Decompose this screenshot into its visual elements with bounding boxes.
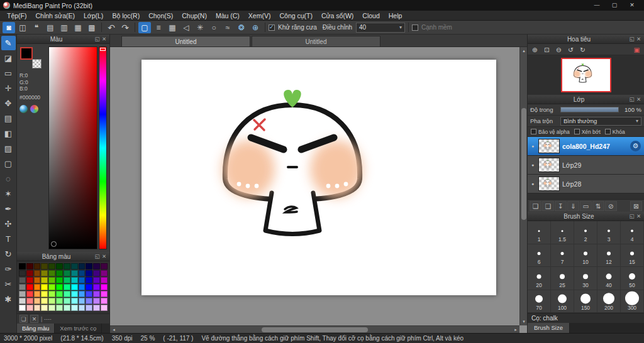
select-tool[interactable]: ▢ (1, 156, 16, 171)
palette-swatch[interactable] (93, 270, 100, 276)
menu-item[interactable]: Lớp(L) (79, 11, 108, 21)
vertical-scroll-thumb[interactable] (521, 108, 526, 219)
minimize-button[interactable]: — (588, 1, 606, 10)
undo-icon[interactable]: ↶ (105, 22, 118, 33)
brush-size-cell[interactable]: 6 (528, 244, 551, 268)
sv-marker[interactable] (51, 241, 57, 247)
palette-swatch[interactable] (93, 305, 100, 311)
bucket-tool[interactable]: ◧ (1, 126, 16, 141)
palette-swatch[interactable] (34, 263, 41, 270)
fit-view-icon[interactable]: ▣ (631, 45, 642, 54)
palette-swatch[interactable] (64, 263, 70, 270)
layer-row[interactable]: ●Lớp28 (528, 175, 644, 193)
brush-size-cell[interactable]: 25 (551, 267, 574, 290)
palette-swatch[interactable] (41, 305, 48, 311)
horizontal-scrollbar[interactable]: ◂ ▸ (110, 325, 519, 333)
adjust-dropdown[interactable]: 40 ▾ (356, 23, 405, 33)
menu-item[interactable]: Chỉnh sửa(E) (31, 11, 79, 21)
eraser-tool[interactable]: ◪ (1, 51, 16, 65)
panels-icon[interactable]: ▩ (86, 22, 98, 33)
palette-swatch[interactable] (101, 270, 108, 276)
dot-tool[interactable]: ✛ (1, 81, 16, 95)
brush-size-cell[interactable]: 7 (551, 244, 574, 268)
navigator-thumbnail[interactable] (562, 59, 610, 91)
palette-swatch[interactable] (79, 263, 86, 270)
popout-icon[interactable]: ◱ (628, 213, 635, 219)
antialias-checkbox[interactable] (269, 24, 275, 31)
pen-tool[interactable]: ✒ (1, 202, 16, 216)
popout-icon[interactable]: ◱ (94, 253, 101, 259)
palette-swatch[interactable] (26, 298, 33, 304)
text-tool[interactable]: T (1, 232, 16, 246)
palette-swatch[interactable] (101, 305, 108, 311)
palette-swatch[interactable] (19, 291, 26, 297)
palette-swatch[interactable] (86, 270, 92, 276)
brush-size-cell[interactable]: 1 (528, 221, 551, 244)
tab-brush-size[interactable]: Brush Size (528, 323, 570, 333)
menu-item[interactable]: Chụp(N) (177, 11, 211, 21)
palette-swatch[interactable] (48, 277, 55, 283)
saturation-value-picker[interactable] (48, 46, 97, 249)
brush-size-cell[interactable]: 150 (574, 290, 597, 313)
web-color-icon[interactable] (19, 105, 28, 113)
move-tool[interactable]: ✥ (1, 96, 16, 111)
close-icon[interactable]: ✕ (101, 36, 108, 42)
palette-swatch[interactable] (93, 284, 100, 290)
rotate-right-icon[interactable]: ↻ (577, 45, 588, 54)
palette-swatch[interactable] (26, 270, 33, 276)
opacity-slider[interactable] (560, 107, 619, 112)
palette-swatch[interactable] (56, 263, 63, 270)
crosshair-guide-icon[interactable]: ⊕ (249, 22, 262, 33)
palette-swatch[interactable] (71, 284, 78, 290)
palette-swatch[interactable] (26, 305, 33, 311)
layer-visibility-icon[interactable]: ● (530, 144, 536, 148)
folder-icon[interactable]: ▭ (580, 201, 592, 211)
brush-size-cell[interactable]: 200 (597, 290, 621, 313)
scroll-right-icon[interactable]: ▸ (512, 326, 519, 333)
palette-swatch[interactable] (101, 291, 108, 297)
palette-swatch[interactable] (48, 291, 55, 297)
triangle-ruler-icon[interactable]: ◁ (180, 22, 192, 33)
menu-item[interactable]: Màu (C) (211, 11, 244, 21)
delete-color-icon[interactable]: ✕ (30, 315, 38, 323)
palette-swatch[interactable] (48, 263, 55, 270)
note-icon[interactable]: ▤ (44, 22, 57, 33)
popout-icon[interactable]: ◱ (628, 96, 635, 102)
brush-size-cell[interactable]: 300 (621, 290, 644, 313)
close-button[interactable]: ✕ (623, 1, 641, 10)
palette-swatch[interactable] (41, 291, 48, 297)
fill-rect-tool[interactable]: ▤ (1, 111, 16, 126)
magic-wand-tool[interactable]: ✶ (1, 187, 16, 201)
maximize-button[interactable]: ▢ (606, 1, 623, 10)
brush-size-cell[interactable]: 20 (528, 267, 551, 290)
ruled-lines-icon[interactable]: ≡ (152, 22, 165, 33)
palette-swatch[interactable] (93, 263, 100, 270)
menu-item[interactable]: Cloud (358, 11, 384, 21)
palette-swatch[interactable] (41, 263, 48, 270)
delete-layer-icon[interactable]: ⊠ (630, 201, 642, 211)
menu-item[interactable]: Công cụ(T) (275, 11, 317, 21)
gradient-tool[interactable]: ▨ (1, 141, 16, 156)
palette-swatch[interactable] (41, 277, 48, 283)
hue-slider[interactable] (99, 46, 107, 249)
palette-swatch[interactable] (56, 291, 63, 297)
canvas-area[interactable]: ◂ ▸ ▴ ▾ (110, 47, 527, 333)
upload-icon[interactable]: ◫ (16, 22, 29, 33)
palette-swatch[interactable] (34, 298, 41, 304)
palette-swatch[interactable] (19, 277, 26, 283)
palette-swatch[interactable] (79, 270, 86, 276)
palette-swatch[interactable] (26, 277, 33, 283)
menu-item[interactable]: Bộ lọc(R) (108, 11, 144, 21)
document-tab[interactable]: Untitled (121, 36, 250, 46)
layer-settings-icon[interactable]: ⚙ (630, 141, 641, 151)
palette-swatch[interactable] (41, 284, 48, 290)
lasso-tool[interactable]: ◌ (1, 172, 16, 186)
layer-option-checkbox[interactable] (531, 129, 536, 134)
horizontal-scroll-thumb[interactable] (262, 327, 368, 332)
palette-swatch[interactable] (41, 270, 48, 276)
redo-icon[interactable]: ↷ (119, 22, 131, 33)
palette-swatch[interactable] (34, 277, 41, 283)
paint-mode-icon[interactable]: ◙ (3, 22, 15, 33)
palette-swatch[interactable] (48, 270, 55, 276)
tab-brush-preview[interactable]: Xem trước cọ (55, 324, 102, 333)
